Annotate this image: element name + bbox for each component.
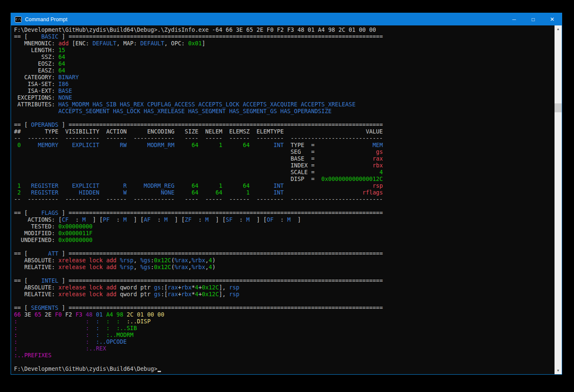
command-prompt-window: C:\ Command Prompt ─ □ ✕ F:\Development\… <box>11 13 562 375</box>
terminal-line: -- --------- ---------- ------ ---------… <box>14 196 555 203</box>
terminal-line: BASE = rax <box>14 156 555 162</box>
terminal-line: F:\Development\GitHub\zydis\Build64\Debu… <box>14 366 555 373</box>
terminal-line: == [ OPERANDS ] ========================… <box>14 122 555 128</box>
terminal-line: 1 REGISTER EXPLICIT R MODRM_REG 64 1 64 … <box>14 183 555 189</box>
terminal-content[interactable]: F:\Development\GitHub\zydis\Build64\Debu… <box>11 25 555 374</box>
terminal-line: EASZ: 64 <box>14 67 555 74</box>
titlebar[interactable]: C:\ Command Prompt ─ □ ✕ <box>11 13 562 25</box>
scrollbar-thumb[interactable] <box>555 103 562 112</box>
terminal-line: : : :..OPCODE <box>14 339 555 345</box>
terminal-line: CATEGORY: BINARY <box>14 74 555 81</box>
terminal-line: SSZ: 64 <box>14 54 555 61</box>
terminal-line: 2 REGISTER HIDDEN W NONE 64 64 1 INT rfl… <box>14 189 555 196</box>
terminal-line: : :..REX <box>14 345 555 352</box>
terminal-line: EOSZ: 64 <box>14 61 555 67</box>
terminal-line <box>14 298 555 305</box>
text-cursor <box>158 366 161 372</box>
terminal-line: UNDEFINED: 0x00000000 <box>14 237 555 244</box>
terminal-line: ISA-EXT: BASE <box>14 88 555 95</box>
terminal-line: ABSOLUTE: xrelease lock add qword ptr gs… <box>14 284 555 291</box>
terminal-line <box>14 359 555 366</box>
terminal-line: 66 3E 65 2E F0 F2 F3 48 01 A4 98 2C 01 0… <box>14 311 555 318</box>
terminal-line: MNEMONIC: add [ENC: DEFAULT, MAP: DEFAUL… <box>14 40 555 47</box>
terminal-line: == [ SEGMENTS ] ========================… <box>14 305 555 311</box>
terminal-line: == [ INTEL ] ===========================… <box>14 278 555 284</box>
window-title: Command Prompt <box>25 17 67 22</box>
terminal-line: ## TYPE VISIBILITY ACTION ENCODING SIZE … <box>14 128 555 135</box>
terminal-line: EXCEPTIONS: NONE <box>14 95 555 101</box>
terminal-line: : : : : :..SIB <box>14 325 555 332</box>
terminal-line: SEG = gs <box>14 149 555 156</box>
terminal-line: DISP = 0x000000000000012C <box>14 176 555 183</box>
cmd-icon[interactable]: C:\ <box>15 17 22 22</box>
terminal-line: -- --------- ---------- ------ ---------… <box>14 135 555 142</box>
terminal-line: LENGTH: 15 <box>14 47 555 54</box>
terminal-line: TESTED: 0x00000000 <box>14 223 555 230</box>
terminal-line: == [ FLAGS ] ===========================… <box>14 210 555 217</box>
terminal-line: MODIFIED: 0x0000011F <box>14 230 555 237</box>
terminal-line <box>14 115 555 122</box>
terminal-line: ATTRIBUTES: HAS_MODRM HAS_SIB HAS_REX CP… <box>14 101 555 108</box>
maximize-button[interactable]: □ <box>524 13 543 25</box>
terminal-line: INDEX = rbx <box>14 162 555 169</box>
terminal-line: ACTIONS: [CF : M ] [PF : M ] [AF : M ] [… <box>14 217 555 223</box>
terminal-line: == [ BASIC ] ===========================… <box>14 33 555 40</box>
terminal-line <box>14 244 555 250</box>
terminal-line: 0 MEMORY EXPLICIT RW MODRM_RM 64 1 64 IN… <box>14 142 555 149</box>
terminal-line: ACCEPTS_SEGMENT HAS_LOCK HAS_XRELEASE HA… <box>14 108 555 115</box>
terminal-line: :..PREFIXES <box>14 352 555 359</box>
terminal-line: F:\Development\GitHub\zydis\Build64\Debu… <box>14 27 555 33</box>
minimize-button[interactable]: ─ <box>505 13 524 25</box>
terminal-line: SCALE = 4 <box>14 169 555 176</box>
terminal-line: RELATIVE: xrelease lock add qword ptr gs… <box>14 291 555 298</box>
close-button[interactable]: ✕ <box>543 13 562 25</box>
terminal-line <box>14 271 555 278</box>
terminal-line: : : : : : :..DISP <box>14 318 555 325</box>
terminal-line: : : : :..MODRM <box>14 332 555 339</box>
terminal-line: ISA-SET: I86 <box>14 81 555 88</box>
window-controls: ─ □ ✕ <box>505 13 562 25</box>
terminal-line: RELATIVE: xrelease lock add %rsp, %gs:0x… <box>14 264 555 271</box>
scrollbar[interactable]: ▲ ▼ <box>555 25 562 374</box>
scroll-down-icon[interactable]: ▼ <box>555 367 562 374</box>
terminal-line: == [ ATT ] =============================… <box>14 250 555 257</box>
terminal-line: ABSOLUTE: xrelease lock add %rsp, %gs:0x… <box>14 257 555 264</box>
scroll-up-icon[interactable]: ▲ <box>555 25 562 33</box>
terminal-line <box>14 203 555 210</box>
